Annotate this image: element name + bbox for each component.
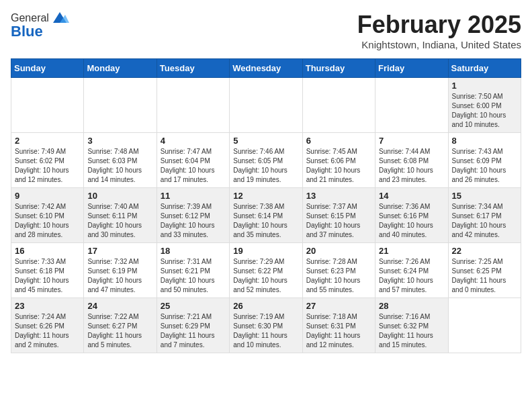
- day-number: 20: [306, 246, 371, 256]
- weekday-header-tuesday: Tuesday: [157, 59, 229, 78]
- calendar-cell: [11, 78, 84, 133]
- day-number: 18: [161, 246, 226, 256]
- calendar-cell: 26Sunrise: 7:19 AM Sunset: 6:30 PM Dayli…: [230, 298, 302, 353]
- calendar-cell: 19Sunrise: 7:29 AM Sunset: 6:22 PM Dayli…: [230, 243, 302, 298]
- day-info: Sunrise: 7:18 AM Sunset: 6:31 PM Dayligh…: [306, 312, 371, 350]
- day-number: 11: [161, 191, 226, 201]
- calendar-cell: 18Sunrise: 7:31 AM Sunset: 6:21 PM Dayli…: [157, 243, 229, 298]
- day-info: Sunrise: 7:47 AM Sunset: 6:04 PM Dayligh…: [161, 147, 226, 185]
- day-info: Sunrise: 7:21 AM Sunset: 6:29 PM Dayligh…: [161, 312, 226, 350]
- day-number: 26: [233, 301, 298, 311]
- day-info: Sunrise: 7:32 AM Sunset: 6:19 PM Dayligh…: [87, 257, 152, 295]
- day-number: 6: [306, 136, 371, 146]
- weekday-header-thursday: Thursday: [302, 59, 375, 78]
- calendar-cell: 20Sunrise: 7:28 AM Sunset: 6:23 PM Dayli…: [302, 243, 375, 298]
- calendar-cell: 24Sunrise: 7:22 AM Sunset: 6:27 PM Dayli…: [84, 298, 157, 353]
- day-info: Sunrise: 7:34 AM Sunset: 6:17 PM Dayligh…: [452, 202, 517, 240]
- day-number: 3: [87, 136, 152, 146]
- day-info: Sunrise: 7:38 AM Sunset: 6:14 PM Dayligh…: [233, 202, 298, 240]
- weekday-header-saturday: Saturday: [448, 59, 521, 78]
- calendar-cell: 4Sunrise: 7:47 AM Sunset: 6:04 PM Daylig…: [157, 133, 229, 188]
- logo-icon: [50, 11, 69, 26]
- calendar-cell: 25Sunrise: 7:21 AM Sunset: 6:29 PM Dayli…: [157, 298, 229, 353]
- day-number: 28: [379, 301, 444, 311]
- week-row-1: 1Sunrise: 7:50 AM Sunset: 6:00 PM Daylig…: [11, 78, 521, 133]
- calendar-cell: 15Sunrise: 7:34 AM Sunset: 6:17 PM Dayli…: [448, 188, 521, 243]
- day-number: 24: [87, 301, 152, 311]
- day-number: 21: [379, 246, 444, 256]
- day-number: 9: [15, 191, 80, 201]
- day-number: 25: [161, 301, 226, 311]
- calendar-cell: 28Sunrise: 7:16 AM Sunset: 6:32 PM Dayli…: [375, 298, 448, 353]
- day-info: Sunrise: 7:31 AM Sunset: 6:21 PM Dayligh…: [161, 257, 226, 295]
- day-number: 22: [452, 246, 517, 256]
- day-info: Sunrise: 7:44 AM Sunset: 6:08 PM Dayligh…: [379, 147, 444, 185]
- day-number: 8: [452, 136, 517, 146]
- day-number: 17: [87, 246, 152, 256]
- calendar-cell: [302, 78, 375, 133]
- calendar-cell: 27Sunrise: 7:18 AM Sunset: 6:31 PM Dayli…: [302, 298, 375, 353]
- day-info: Sunrise: 7:43 AM Sunset: 6:09 PM Dayligh…: [452, 147, 517, 185]
- calendar-cell: 9Sunrise: 7:42 AM Sunset: 6:10 PM Daylig…: [11, 188, 84, 243]
- day-number: 10: [87, 191, 152, 201]
- day-number: 5: [233, 136, 298, 146]
- calendar-cell: [375, 78, 448, 133]
- day-info: Sunrise: 7:33 AM Sunset: 6:18 PM Dayligh…: [15, 257, 80, 295]
- day-info: Sunrise: 7:42 AM Sunset: 6:10 PM Dayligh…: [15, 202, 80, 240]
- calendar-cell: 8Sunrise: 7:43 AM Sunset: 6:09 PM Daylig…: [448, 133, 521, 188]
- calendar-cell: [230, 78, 302, 133]
- calendar-cell: 11Sunrise: 7:39 AM Sunset: 6:12 PM Dayli…: [157, 188, 229, 243]
- day-info: Sunrise: 7:39 AM Sunset: 6:12 PM Dayligh…: [161, 202, 226, 240]
- day-info: Sunrise: 7:16 AM Sunset: 6:32 PM Dayligh…: [379, 312, 444, 350]
- location: Knightstown, Indiana, United States: [357, 39, 521, 50]
- weekday-header-sunday: Sunday: [11, 59, 84, 78]
- calendar-cell: 1Sunrise: 7:50 AM Sunset: 6:00 PM Daylig…: [448, 78, 521, 133]
- month-title: February 2025: [357, 11, 521, 39]
- calendar-table: SundayMondayTuesdayWednesdayThursdayFrid…: [11, 58, 521, 353]
- calendar-cell: 21Sunrise: 7:26 AM Sunset: 6:24 PM Dayli…: [375, 243, 448, 298]
- day-number: 23: [15, 301, 80, 311]
- day-number: 2: [15, 136, 80, 146]
- day-info: Sunrise: 7:48 AM Sunset: 6:03 PM Dayligh…: [87, 147, 152, 185]
- day-info: Sunrise: 7:46 AM Sunset: 6:05 PM Dayligh…: [233, 147, 298, 185]
- day-info: Sunrise: 7:37 AM Sunset: 6:15 PM Dayligh…: [306, 202, 371, 240]
- day-info: Sunrise: 7:28 AM Sunset: 6:23 PM Dayligh…: [306, 257, 371, 295]
- page-header: General Blue February 2025 Knightstown, …: [11, 11, 521, 50]
- calendar-cell: 16Sunrise: 7:33 AM Sunset: 6:18 PM Dayli…: [11, 243, 84, 298]
- day-number: 1: [452, 81, 517, 91]
- calendar-cell: 2Sunrise: 7:49 AM Sunset: 6:02 PM Daylig…: [11, 133, 84, 188]
- day-info: Sunrise: 7:25 AM Sunset: 6:25 PM Dayligh…: [452, 257, 517, 295]
- day-number: 19: [233, 246, 298, 256]
- weekday-header-monday: Monday: [84, 59, 157, 78]
- calendar-cell: 14Sunrise: 7:36 AM Sunset: 6:16 PM Dayli…: [375, 188, 448, 243]
- calendar-cell: 23Sunrise: 7:24 AM Sunset: 6:26 PM Dayli…: [11, 298, 84, 353]
- calendar-cell: 12Sunrise: 7:38 AM Sunset: 6:14 PM Dayli…: [230, 188, 302, 243]
- week-row-4: 16Sunrise: 7:33 AM Sunset: 6:18 PM Dayli…: [11, 243, 521, 298]
- week-row-2: 2Sunrise: 7:49 AM Sunset: 6:02 PM Daylig…: [11, 133, 521, 188]
- day-info: Sunrise: 7:24 AM Sunset: 6:26 PM Dayligh…: [15, 312, 80, 350]
- weekday-header-wednesday: Wednesday: [230, 59, 302, 78]
- day-number: 14: [379, 191, 444, 201]
- logo: General Blue: [11, 11, 69, 40]
- logo-blue-text: Blue: [11, 23, 43, 40]
- day-info: Sunrise: 7:26 AM Sunset: 6:24 PM Dayligh…: [379, 257, 444, 295]
- calendar-cell: [448, 298, 521, 353]
- calendar-cell: [157, 78, 229, 133]
- day-info: Sunrise: 7:19 AM Sunset: 6:30 PM Dayligh…: [233, 312, 298, 350]
- day-info: Sunrise: 7:45 AM Sunset: 6:06 PM Dayligh…: [306, 147, 371, 185]
- day-number: 4: [161, 136, 226, 146]
- day-info: Sunrise: 7:29 AM Sunset: 6:22 PM Dayligh…: [233, 257, 298, 295]
- title-section: February 2025 Knightstown, Indiana, Unit…: [357, 11, 521, 50]
- calendar-cell: 13Sunrise: 7:37 AM Sunset: 6:15 PM Dayli…: [302, 188, 375, 243]
- week-row-3: 9Sunrise: 7:42 AM Sunset: 6:10 PM Daylig…: [11, 188, 521, 243]
- calendar-cell: 6Sunrise: 7:45 AM Sunset: 6:06 PM Daylig…: [302, 133, 375, 188]
- day-info: Sunrise: 7:40 AM Sunset: 6:11 PM Dayligh…: [87, 202, 152, 240]
- day-number: 7: [379, 136, 444, 146]
- calendar-cell: 10Sunrise: 7:40 AM Sunset: 6:11 PM Dayli…: [84, 188, 157, 243]
- day-number: 16: [15, 246, 80, 256]
- calendar-cell: 17Sunrise: 7:32 AM Sunset: 6:19 PM Dayli…: [84, 243, 157, 298]
- day-info: Sunrise: 7:36 AM Sunset: 6:16 PM Dayligh…: [379, 202, 444, 240]
- calendar-cell: 3Sunrise: 7:48 AM Sunset: 6:03 PM Daylig…: [84, 133, 157, 188]
- day-number: 12: [233, 191, 298, 201]
- week-row-5: 23Sunrise: 7:24 AM Sunset: 6:26 PM Dayli…: [11, 298, 521, 353]
